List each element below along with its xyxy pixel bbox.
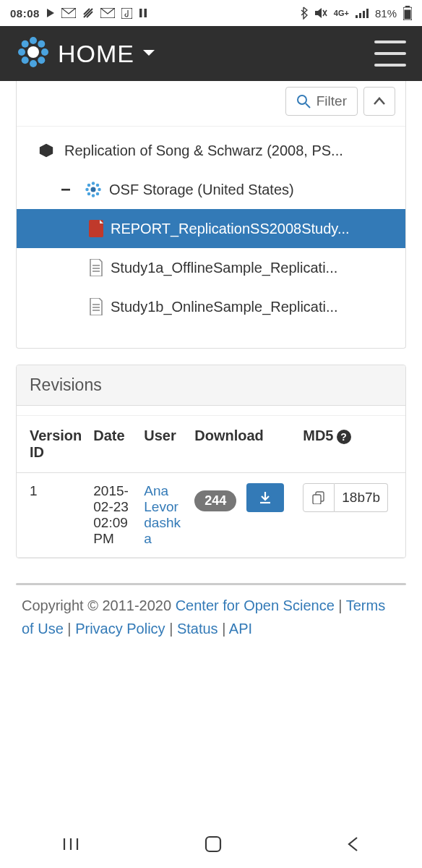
mail-icon xyxy=(61,8,76,18)
file-tree: Replication of Song & Schwarz (2008, PS.… xyxy=(17,127,405,326)
svg-point-20 xyxy=(38,56,45,64)
battery-pct: 81% xyxy=(375,7,397,20)
copyright-text: Copyright © 2011-2020 xyxy=(22,597,176,613)
svg-point-26 xyxy=(98,188,101,192)
status-bar: 08:08 4G+ 81% xyxy=(0,0,422,26)
help-icon[interactable]: ? xyxy=(337,430,351,444)
filter-button[interactable]: Filter xyxy=(285,87,358,116)
clock: 08:08 xyxy=(10,7,40,20)
osf-logo-icon xyxy=(16,35,51,72)
project-title: Replication of Song & Schwarz (2008, PS.… xyxy=(64,142,343,159)
caret-down-icon xyxy=(142,47,156,60)
file-name: Study1a_OfflineSample_Replicati... xyxy=(111,260,337,276)
download-button[interactable] xyxy=(246,483,284,512)
navbar: HOME xyxy=(0,26,422,81)
music-icon xyxy=(121,8,132,19)
svg-point-24 xyxy=(92,194,95,197)
status-link[interactable]: Status xyxy=(177,621,218,637)
file-icon xyxy=(89,259,103,276)
svg-point-15 xyxy=(18,48,25,56)
col-md5: MD5? xyxy=(297,416,405,473)
cos-link[interactable]: Center for Open Science xyxy=(176,597,335,613)
revisions-title: Revisions xyxy=(17,365,405,406)
pause-icon xyxy=(139,8,147,18)
network-type: 4G+ xyxy=(334,9,349,17)
storage-label: OSF Storage (United States) xyxy=(109,182,294,198)
user-link[interactable]: Ana Levordashka xyxy=(144,483,181,546)
svg-point-17 xyxy=(22,41,29,48)
svg-rect-34 xyxy=(206,837,220,851)
api-link[interactable]: API xyxy=(229,621,252,637)
home-dropdown[interactable]: HOME xyxy=(16,35,156,72)
home-button[interactable] xyxy=(204,835,223,856)
col-user: User xyxy=(138,416,189,473)
svg-rect-33 xyxy=(313,495,321,504)
svg-point-29 xyxy=(87,192,91,196)
file-panel: Filter Replication of Song & Schwarz (20… xyxy=(16,81,406,349)
download-count-badge: 244 xyxy=(194,490,236,511)
stripe-icon xyxy=(82,7,94,19)
svg-rect-5 xyxy=(356,15,358,18)
table-row: 1 2015-02-23 02:09 PM Ana Levordashka 24… xyxy=(17,473,405,558)
play-icon xyxy=(46,8,55,18)
cell-version: 1 xyxy=(17,473,87,558)
mail2-icon xyxy=(100,8,115,18)
collapse-button[interactable] xyxy=(363,87,395,116)
privacy-link[interactable]: Privacy Policy xyxy=(75,621,165,637)
svg-point-23 xyxy=(92,182,95,185)
svg-rect-4 xyxy=(144,9,147,17)
copy-md5-button[interactable] xyxy=(303,483,335,512)
col-date: Date xyxy=(87,416,138,473)
signal-icon xyxy=(356,8,369,18)
tree-file-row[interactable]: REPORT_ReplicationSS2008Study... xyxy=(17,209,405,248)
cube-icon xyxy=(38,142,54,158)
menu-button[interactable] xyxy=(374,41,406,67)
svg-point-22 xyxy=(91,187,96,192)
tree-project-row[interactable]: Replication of Song & Schwarz (2008, PS.… xyxy=(17,131,405,170)
tree-storage-row[interactable]: − OSF Storage (United States) xyxy=(17,170,405,209)
footer: Copyright © 2011-2020 Center for Open Sc… xyxy=(0,585,422,640)
svg-rect-6 xyxy=(359,13,361,18)
svg-point-30 xyxy=(96,192,100,196)
search-icon xyxy=(296,94,311,109)
mute-icon xyxy=(314,7,327,19)
nav-home-label: HOME xyxy=(58,40,134,68)
svg-rect-8 xyxy=(366,9,369,18)
svg-rect-2 xyxy=(121,8,132,19)
svg-point-25 xyxy=(85,188,89,192)
android-nav-bar xyxy=(0,823,422,868)
tree-file-row[interactable]: Study1b_OnlineSample_Replicati... xyxy=(17,287,405,326)
svg-rect-7 xyxy=(363,11,365,18)
file-name: Study1b_OnlineSample_Replicati... xyxy=(111,299,338,315)
recent-apps-button[interactable] xyxy=(61,835,80,856)
chevron-up-icon xyxy=(373,93,386,109)
file-name: REPORT_ReplicationSS2008Study... xyxy=(111,221,350,237)
svg-point-16 xyxy=(41,48,48,56)
svg-point-28 xyxy=(96,184,100,187)
filter-label: Filter xyxy=(316,93,347,109)
svg-point-27 xyxy=(87,184,91,187)
tree-file-row[interactable]: Study1a_OfflineSample_Replicati... xyxy=(17,248,405,287)
collapse-toggle-icon[interactable]: − xyxy=(59,179,73,200)
cell-date: 2015-02-23 02:09 PM xyxy=(87,473,138,558)
osf-mini-icon xyxy=(85,181,102,198)
col-download: Download xyxy=(189,416,297,473)
pdf-icon xyxy=(89,220,103,237)
revisions-table: Version ID Date User Download MD5? 1 201… xyxy=(17,416,405,558)
svg-point-19 xyxy=(22,56,29,64)
svg-point-18 xyxy=(38,41,45,48)
svg-point-13 xyxy=(30,37,37,44)
bluetooth-icon xyxy=(299,7,308,20)
svg-point-12 xyxy=(27,46,39,58)
md5-value: 18b7b xyxy=(335,483,388,512)
svg-point-21 xyxy=(298,95,306,104)
revisions-panel: Revisions Version ID Date User Download … xyxy=(16,365,406,558)
svg-rect-11 xyxy=(405,10,411,20)
col-version: Version ID xyxy=(17,416,87,473)
svg-point-14 xyxy=(30,60,37,67)
battery-icon xyxy=(403,6,412,20)
svg-rect-3 xyxy=(139,9,142,17)
file-icon xyxy=(89,298,103,315)
back-button[interactable] xyxy=(346,835,361,856)
